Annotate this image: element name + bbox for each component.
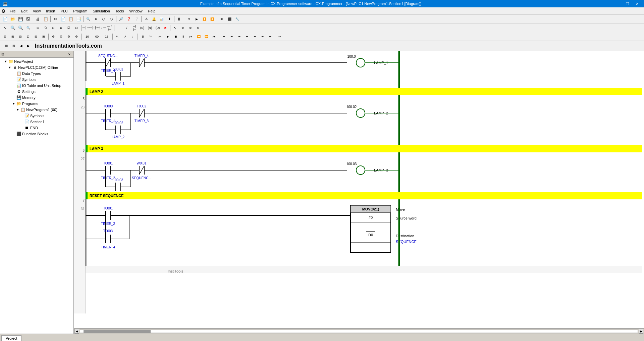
tb-monitor[interactable]: 📊 (158, 15, 165, 23)
tree-item-section1[interactable]: 📄 Section1 (1, 119, 73, 125)
menu-view[interactable]: View (30, 8, 44, 14)
tree-item-iotable[interactable]: 📊 IO Table and Unit Setup (1, 83, 73, 89)
tb-btn6[interactable]: ❓ (125, 15, 132, 23)
tb-s6[interactable]: ⊠ (40, 33, 47, 40)
menu-file[interactable]: File (7, 8, 18, 14)
tb-warn[interactable]: ⚠ (143, 15, 150, 23)
tb-print[interactable]: 🖨 (34, 15, 42, 23)
tb-sim1[interactable]: ━ (220, 33, 227, 40)
tb-del[interactable]: ✖ (162, 24, 169, 32)
expand-section1[interactable] (19, 119, 24, 124)
tree-item-symbols[interactable]: 📝 Symbols (1, 77, 73, 83)
scroll-thumb[interactable] (84, 330, 151, 333)
tb-grid[interactable]: ⊞ (34, 24, 42, 32)
tb-btn3[interactable]: ⭮ (100, 15, 107, 23)
tb-sim4[interactable]: ━ (243, 33, 251, 40)
tb-num10[interactable]: 10 (83, 33, 92, 40)
tb-save2[interactable]: 🖫 (24, 15, 32, 23)
tb-select[interactable]: ↖ (171, 24, 179, 32)
tb-stop[interactable]: ⏹ (172, 33, 179, 40)
diagram-area[interactable]: SEQUENC... TIMER_4 TIMER_4 (74, 51, 644, 328)
tb-s2[interactable]: ⊠ (9, 33, 16, 40)
tb-contact-no[interactable]: ─┤├─ (83, 24, 90, 32)
tb-wave[interactable]: 〜 (147, 33, 154, 40)
tb-wire-h[interactable]: ── (115, 24, 123, 32)
horizontal-scrollbar[interactable]: ◀ ▶ (74, 328, 644, 334)
expand-funcblocks[interactable] (11, 132, 16, 136)
tb-rew[interactable]: ⏪ (195, 33, 202, 40)
tb-print2[interactable]: 📋 (42, 15, 49, 23)
tb-s9[interactable]: ⚙ (65, 33, 72, 40)
tb-x3[interactable]: 🔧 (233, 15, 241, 23)
tb-end[interactable]: ⏭ (210, 33, 218, 40)
tb-zoom3[interactable]: 🔍 (24, 24, 32, 32)
tb-l1[interactable]: ⧉ (42, 24, 49, 32)
tb-s3[interactable]: ⊟ (17, 33, 24, 40)
tb-btn7[interactable]: ❔ (133, 15, 140, 23)
tb-pause[interactable]: ⏸ (175, 15, 183, 23)
tb-btn2[interactable]: ⚙ (92, 15, 100, 23)
tb-m3[interactable]: ⊕ (195, 24, 202, 32)
expand-datatypes[interactable] (11, 71, 16, 76)
restore-button[interactable]: ❐ (623, 0, 632, 7)
expand-programs[interactable]: ▼ (11, 101, 16, 106)
close-button[interactable]: ✕ (633, 0, 641, 7)
menu-help[interactable]: Help (145, 8, 158, 14)
tb-arrow-d[interactable]: ↓ (129, 33, 137, 40)
tb-alarm[interactable]: 🔔 (150, 15, 158, 23)
tb-arrow-ur[interactable]: ↗ (121, 33, 129, 40)
scroll-right-btn[interactable]: ▶ (639, 329, 643, 334)
scroll-left-btn[interactable]: ◀ (74, 329, 79, 334)
tb-num16[interactable]: 16 (102, 33, 111, 40)
tb-x1[interactable]: ✖ (218, 15, 225, 23)
ladder-diagram-wrapper[interactable]: SEQUENC... TIMER_4 TIMER_4 (86, 51, 644, 313)
menu-insert[interactable]: Insert (43, 8, 58, 14)
expand-prog-sym[interactable] (19, 113, 24, 118)
tb-undo[interactable]: ↩ (276, 33, 283, 40)
menu-tools[interactable]: Tools (113, 8, 127, 14)
tb-contact-p[interactable]: ─┤↑├─ (90, 24, 98, 32)
tb-zoom-out[interactable]: 🔍 (17, 24, 24, 32)
tb-cursor[interactable]: ↖ (1, 24, 9, 32)
panel-close[interactable]: ✕ (67, 52, 72, 57)
tb-new[interactable]: 📄 (1, 15, 9, 23)
scroll-track[interactable] (80, 330, 638, 333)
tb-open[interactable]: 📂 (9, 15, 16, 23)
tb-s7[interactable]: ⚙ (50, 33, 57, 40)
tb-contact-n[interactable]: ─┤↓├─ (98, 24, 105, 32)
expand-symbols[interactable] (11, 77, 16, 82)
tb-paste2[interactable]: 📑 (75, 15, 82, 23)
tree-item-end[interactable]: ⏹ END (1, 125, 73, 131)
tb-sim6[interactable]: ━ (259, 33, 266, 40)
tb-play[interactable]: ▶ (164, 33, 171, 40)
tb-pause2[interactable]: ⏸ (179, 33, 187, 40)
menu-edit[interactable]: Edit (18, 8, 30, 14)
tb-brand1[interactable]: ⊞ (3, 42, 10, 50)
tb-plc-icon[interactable]: 🖥 (139, 33, 146, 40)
tb-s1[interactable]: ⊞ (1, 33, 9, 40)
tb-btn4[interactable]: ⭯ (108, 15, 115, 23)
tb-ffw[interactable]: ⏩ (203, 33, 210, 40)
tree-item-program-symbols[interactable]: 📝 Symbols (1, 113, 73, 119)
tb-copy[interactable]: 📄 (59, 15, 67, 23)
tb-l3[interactable]: ⊠ (57, 24, 65, 32)
tb-x2[interactable]: ⬛ (226, 15, 233, 23)
tree-item-settings[interactable]: ⚙ Settings (1, 89, 73, 95)
tb-coil-s[interactable]: ─(S)─ (139, 24, 146, 32)
tree-item-plc[interactable]: ▼ 🖥 NewPLC1[CJ2M] Offline (1, 64, 73, 70)
tb-arrow-ul[interactable]: ↖ (114, 33, 121, 40)
expand-iotable[interactable] (11, 83, 16, 88)
tb-brand3[interactable]: ◀ (17, 42, 25, 50)
tb-sim5[interactable]: ━ (251, 33, 258, 40)
tb-r3[interactable]: ⏫ (201, 15, 208, 23)
tb-m1[interactable]: ⊕ (179, 24, 186, 32)
expand-memory[interactable] (11, 95, 16, 100)
tb-btn1[interactable]: 🔍 (85, 15, 92, 23)
tb-paste[interactable]: 📋 (67, 15, 74, 23)
expand-settings[interactable] (11, 89, 16, 94)
tb-step-back[interactable]: ⏮ (156, 33, 164, 40)
tree-item-newprogram[interactable]: ▼ 📋 NewProgram1 (00) (1, 107, 73, 113)
tb-brand2[interactable]: ⊠ (10, 42, 17, 50)
tb-r2[interactable]: ▶ (193, 15, 200, 23)
tree-item-memory[interactable]: 💾 Memory (1, 95, 73, 101)
